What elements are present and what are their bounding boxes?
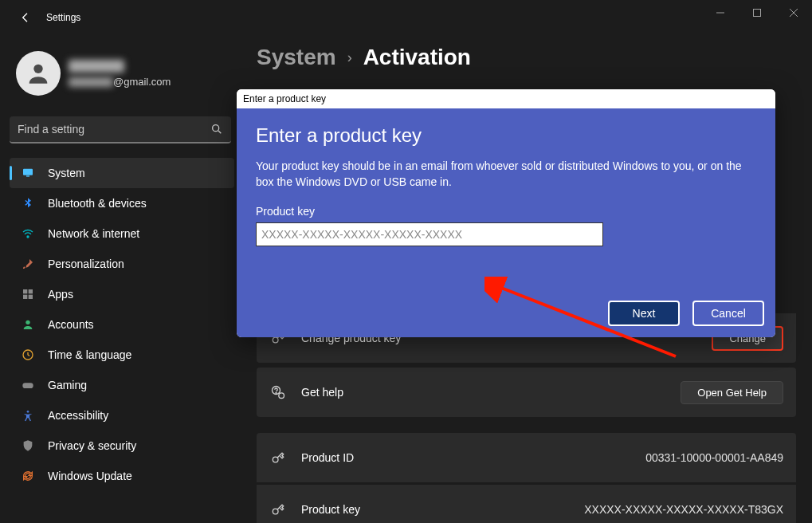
avatar [16, 51, 61, 96]
svg-rect-10 [23, 289, 27, 293]
svg-point-20 [276, 392, 277, 393]
svg-rect-11 [29, 289, 33, 293]
sidebar-item-label: Gaming [48, 379, 87, 391]
svg-rect-12 [23, 295, 27, 299]
svg-point-22 [273, 457, 278, 462]
bluetooth-icon [21, 196, 35, 210]
profile-email: @gmail.com [69, 76, 171, 88]
sidebar-item-label: Network & internet [48, 227, 139, 240]
sidebar-item-privacy-security[interactable]: Privacy & security [10, 431, 234, 461]
svg-point-9 [27, 236, 29, 238]
svg-rect-7 [23, 169, 33, 175]
svg-point-14 [25, 320, 29, 324]
game-icon [21, 378, 35, 392]
svg-point-23 [273, 509, 278, 514]
product-key-field-label: Product key [256, 205, 756, 218]
sidebar-item-accounts[interactable]: Accounts [10, 309, 234, 340]
product-key-value: XXXXX-XXXXX-XXXXX-XXXXX-T83GX [584, 503, 783, 516]
profile-name-blurred [69, 60, 124, 73]
sidebar-item-label: System [48, 167, 85, 179]
sidebar-item-label: Accessibility [48, 409, 108, 422]
sidebar-item-personalization[interactable]: Personalization [10, 249, 234, 279]
update-icon [21, 469, 35, 483]
app-title: Settings [46, 12, 80, 23]
window-controls [702, 0, 812, 26]
svg-line-6 [218, 131, 221, 133]
sidebar-item-windows-update[interactable]: Windows Update [10, 461, 234, 491]
cancel-button[interactable]: Cancel [692, 301, 764, 326]
sidebar-item-label: Time & language [48, 348, 131, 361]
sidebar-item-system[interactable]: System [10, 158, 234, 188]
sidebar-item-label: Privacy & security [48, 439, 136, 452]
sidebar-item-gaming[interactable]: Gaming [10, 370, 234, 400]
svg-rect-16 [22, 383, 33, 388]
dialog-description: Your product key should be in an email f… [256, 158, 742, 191]
sidebar-item-bluetooth-devices[interactable]: Bluetooth & devices [10, 188, 234, 218]
sidebar-item-label: Bluetooth & devices [48, 197, 147, 210]
search-box[interactable] [10, 116, 231, 144]
dialog-buttons: Next Cancel [608, 301, 764, 326]
minimize-button[interactable] [702, 0, 739, 26]
key-icon [269, 449, 287, 466]
person-icon [21, 317, 35, 332]
svg-rect-13 [29, 295, 33, 299]
row-product-id[interactable]: Product ID 00331-10000-00001-AA849 [257, 433, 796, 482]
close-button[interactable] [775, 0, 812, 26]
sidebar-item-time-language[interactable]: Time & language [10, 340, 234, 370]
sidebar-item-accessibility[interactable]: Accessibility [10, 400, 234, 431]
clock-icon [21, 348, 35, 362]
settings-window: Settings @gmail.com SystemBluetooth & de… [0, 0, 812, 523]
row-get-help: Get help Open Get Help [257, 368, 796, 417]
wifi-icon [21, 226, 35, 241]
svg-point-17 [27, 411, 29, 413]
next-button[interactable]: Next [608, 301, 680, 326]
row-product-key[interactable]: Product key XXXXX-XXXXX-XXXXX-XXXXX-T83G… [257, 485, 796, 523]
row-label: Product ID [301, 451, 354, 464]
svg-point-21 [279, 393, 284, 399]
row-label: Get help [301, 386, 343, 399]
search-icon [210, 123, 223, 136]
svg-point-5 [213, 125, 219, 132]
shield-icon [21, 438, 35, 453]
open-get-help-button[interactable]: Open Get Help [681, 381, 783, 404]
svg-point-4 [33, 65, 42, 73]
enter-product-key-dialog: Enter a product key Enter a product key … [237, 89, 775, 337]
breadcrumb-current: Activation [363, 45, 471, 70]
dialog-heading: Enter a product key [256, 124, 756, 147]
help-icon [269, 383, 287, 401]
dialog-body: Enter a product key Your product key sho… [237, 108, 775, 337]
svg-rect-8 [26, 175, 29, 176]
profile-text: @gmail.com [69, 60, 171, 88]
search-input[interactable] [18, 123, 210, 136]
title-bar: Settings [0, 0, 812, 35]
sidebar-item-apps[interactable]: Apps [10, 279, 234, 309]
sidebar: @gmail.com SystemBluetooth & devicesNetw… [10, 45, 234, 491]
back-button[interactable] [18, 10, 33, 26]
brush-icon [21, 257, 35, 271]
chevron-right-icon: › [347, 49, 352, 66]
monitor-icon [21, 166, 35, 180]
sidebar-item-label: Windows Update [48, 470, 132, 482]
accessibility-icon [21, 408, 35, 423]
sidebar-item-label: Personalization [48, 258, 124, 270]
breadcrumb: System › Activation [257, 45, 796, 70]
sidebar-item-network-internet[interactable]: Network & internet [10, 218, 234, 249]
nav-list: SystemBluetooth & devicesNetwork & inter… [10, 158, 234, 491]
apps-icon [21, 287, 35, 301]
svg-point-18 [273, 337, 278, 343]
row-label: Product key [301, 503, 360, 516]
svg-rect-1 [754, 10, 761, 17]
key-icon [269, 501, 287, 518]
sidebar-item-label: Apps [48, 288, 73, 301]
maximize-button[interactable] [739, 0, 775, 26]
product-id-value: 00331-10000-00001-AA849 [645, 451, 783, 464]
profile-block[interactable]: @gmail.com [10, 45, 234, 102]
sidebar-item-label: Accounts [48, 318, 94, 331]
product-key-input[interactable] [256, 222, 603, 246]
breadcrumb-parent[interactable]: System [257, 45, 336, 70]
dialog-titlebar: Enter a product key [237, 89, 775, 108]
